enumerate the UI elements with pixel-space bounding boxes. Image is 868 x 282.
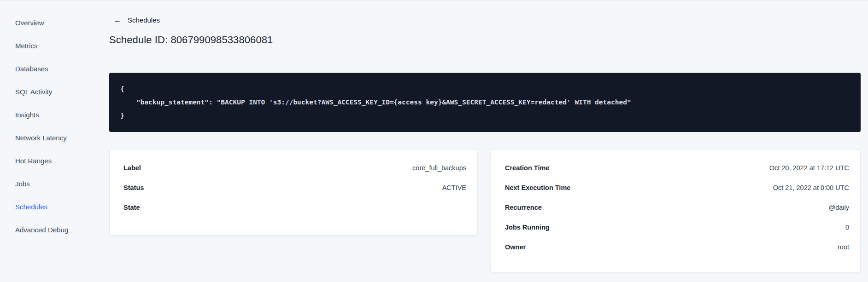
page-title: Schedule ID: 806799098533806081 [109,34,861,46]
backup-statement-code-block: { "backup_statement": "BACKUP INTO 's3:/… [109,73,861,132]
schedule-timing-card: Creation Time Oct 20, 2022 at 17:12 UTC … [491,149,861,272]
summary-cards-row: Label core_full_backups Status ACTIVE St… [109,149,861,272]
owner-key: Owner [505,242,526,252]
schedule-summary-card: Label core_full_backups Status ACTIVE St… [109,149,478,236]
sidebar-item-jobs[interactable]: Jobs [0,172,109,195]
sidebar-item-hot-ranges[interactable]: Hot Ranges [0,149,109,172]
table-row: Next Execution Time Oct 21, 2022 at 0:00… [505,183,849,192]
sidebar-item-schedules[interactable]: Schedules [0,195,109,218]
back-link-label: Schedules [128,16,160,24]
creation-time-value: Oct 20, 2022 at 17:12 UTC [769,163,849,173]
table-row: State [123,203,466,212]
sidebar-item-advanced-debug[interactable]: Advanced Debug [0,218,109,241]
code-line-close: } [120,112,124,119]
code-line-statement: "backup_statement": "BACKUP INTO 's3://b… [120,98,631,106]
recurrence-value: @daily [828,203,849,212]
next-execution-time-value: Oct 21, 2022 at 0:00 UTC [773,183,849,192]
arrow-left-icon: ← [114,17,121,24]
jobs-running-key: Jobs Running [505,223,550,232]
sidebar-item-overview[interactable]: Overview [0,11,109,34]
table-row: Label core_full_backups [123,163,466,173]
table-row: Creation Time Oct 20, 2022 at 17:12 UTC [505,163,849,173]
status-value: ACTIVE [442,183,466,192]
sidebar-item-sql-activity[interactable]: SQL Activity [0,80,109,103]
code-line-open: { [120,85,124,92]
table-row: Owner root [505,242,849,252]
label-key: Label [123,163,141,173]
creation-time-key: Creation Time [505,163,549,173]
jobs-running-value: 0 [845,223,849,232]
next-execution-time-key: Next Execution Time [505,183,570,192]
label-value: core_full_backups [412,163,466,173]
table-row: Recurrence @daily [505,203,849,212]
sidebar: Overview Metrics Databases SQL Activity … [0,0,109,282]
state-key: State [123,203,140,212]
table-row: Jobs Running 0 [505,223,849,232]
main-content: ← Schedules Schedule ID: 806799098533806… [109,0,868,282]
back-to-schedules-link[interactable]: ← Schedules [109,16,160,24]
sidebar-item-databases[interactable]: Databases [0,57,109,80]
status-key: Status [123,183,144,192]
table-row: Status ACTIVE [123,183,466,192]
sidebar-item-network-latency[interactable]: Network Latency [0,126,109,149]
owner-value: root [838,242,849,252]
schedule-details-page: Overview Metrics Databases SQL Activity … [0,0,868,282]
recurrence-key: Recurrence [505,203,542,212]
sidebar-item-insights[interactable]: Insights [0,103,109,126]
sidebar-item-metrics[interactable]: Metrics [0,34,109,57]
